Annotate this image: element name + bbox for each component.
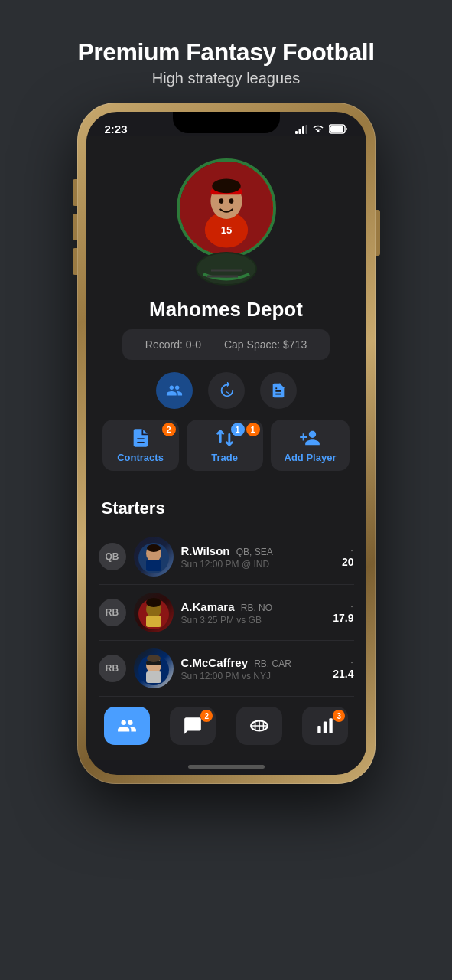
player-pos-team: QB, SEA [236, 547, 273, 557]
svg-text:15: 15 [220, 224, 232, 236]
svg-rect-1 [298, 129, 301, 134]
app-subtitle: High strategy leagues [77, 70, 374, 87]
svg-point-33 [147, 655, 161, 662]
stats-tab-icon [315, 716, 335, 736]
svg-point-10 [212, 179, 241, 194]
svg-rect-3 [305, 125, 307, 134]
svg-rect-0 [295, 131, 298, 134]
svg-rect-2 [302, 126, 304, 134]
add-player-button[interactable]: Add Player [271, 420, 350, 471]
player-avatar-wilson [134, 537, 174, 577]
player-row[interactable]: RB [99, 641, 354, 697]
player-name: R.Wilson [181, 544, 230, 557]
svg-rect-29 [146, 616, 161, 627]
svg-rect-42 [330, 718, 333, 733]
player-schedule: Sun 3:25 PM vs GB [181, 615, 326, 626]
team-avatar: 15 [177, 158, 276, 258]
app-header: Premium Fantasy Football High strategy l… [62, 15, 389, 103]
phone-frame: 2:23 [77, 103, 376, 784]
page-wrapper: Premium Fantasy Football High strategy l… [0, 15, 452, 784]
people-icon [166, 382, 183, 399]
history-icon-btn[interactable] [208, 372, 245, 409]
tab-chat[interactable]: 2 [170, 707, 216, 745]
app-title: Premium Fantasy Football [77, 38, 374, 67]
team-name: Mahomes Depot [149, 298, 303, 322]
player-name: A.Kamara [181, 600, 235, 613]
helmet-svg [192, 247, 261, 286]
trade-badge-orange: 1 [246, 423, 260, 436]
stats-bar: Record: 0-0 Cap Space: $713 [122, 329, 330, 360]
svg-point-12 [229, 198, 233, 204]
contracts-label: Contracts [117, 452, 164, 463]
svg-point-24 [147, 544, 161, 552]
battery-icon [329, 124, 348, 134]
tab-stats[interactable]: 3 [302, 707, 348, 745]
player-row[interactable]: QB R.Wilson [99, 529, 354, 585]
svg-rect-34 [146, 671, 161, 683]
player-row[interactable]: RB A.Kamara [99, 585, 354, 641]
position-badge-rb2: RB [99, 655, 126, 682]
profile-section: 15 Mahomes Depot [86, 136, 366, 498]
player-info-kamara: A.Kamara RB, NO Sun 3:25 PM vs GB [181, 600, 326, 626]
trade-badge-blue: 1 [231, 423, 245, 436]
tab-football[interactable] [236, 707, 282, 745]
contracts-button[interactable]: 2 Contracts [102, 420, 179, 471]
player-info-mccaffrey: C.McCaffrey RB, CAR Sun 12:00 PM vs NYJ [181, 656, 326, 681]
main-action-row: 2 Contracts 1 1 [102, 420, 351, 471]
cap-space-stat: Cap Space: $713 [224, 338, 307, 351]
tab-roster[interactable] [104, 707, 150, 745]
phone-notch [173, 112, 280, 133]
wifi-icon [312, 125, 324, 134]
action-icons-row [156, 372, 297, 409]
position-badge-rb1: RB [99, 599, 126, 626]
trade-button[interactable]: 1 1 Trade [187, 420, 263, 471]
phone-screen: 2:23 [86, 112, 366, 775]
history-icon [218, 382, 235, 399]
svg-point-11 [219, 198, 223, 204]
add-player-icon [299, 427, 320, 449]
player-score-mccaffrey: - 21.4 [333, 657, 353, 680]
player-score-wilson: - 20 [342, 545, 354, 568]
player-pos-team: RB, NO [241, 603, 272, 613]
player-name: C.McCaffrey [181, 656, 249, 669]
position-badge-qb: QB [99, 543, 126, 570]
player-schedule: Sun 12:00 PM vs NYJ [181, 671, 326, 681]
starters-title: Starters [99, 498, 354, 518]
home-indicator [188, 765, 265, 769]
helmet-decoration [192, 247, 261, 289]
football-tab-icon [249, 716, 269, 736]
add-player-label: Add Player [285, 452, 337, 463]
status-icons [295, 124, 348, 134]
svg-point-28 [146, 598, 161, 607]
player-avatar-kamara [134, 593, 174, 632]
player-schedule: Sun 12:00 PM @ IND [181, 559, 334, 570]
player-score-kamara: - 17.9 [333, 601, 353, 624]
player-avatar-svg: 15 [180, 162, 273, 255]
svg-rect-41 [324, 722, 327, 733]
roster-icon-btn[interactable] [156, 372, 193, 409]
contracts-icon [130, 427, 151, 449]
svg-rect-25 [146, 560, 161, 571]
tab-bar: 2 3 [86, 697, 366, 760]
player-info-wilson: R.Wilson QB, SEA Sun 12:00 PM @ IND [181, 544, 334, 570]
contracts-badge: 2 [162, 423, 176, 436]
record-stat: Record: 0-0 [145, 338, 201, 351]
starters-section: Starters QB [86, 498, 366, 697]
notes-icon [270, 382, 287, 399]
player-pos-team: RB, CAR [254, 658, 291, 669]
player-avatar-mccaffrey [134, 648, 174, 688]
chat-tab-icon [183, 716, 203, 736]
chat-tab-badge: 2 [200, 710, 213, 722]
status-time: 2:23 [105, 122, 128, 136]
svg-rect-40 [318, 726, 321, 733]
notes-icon-btn[interactable] [260, 372, 297, 409]
svg-rect-5 [330, 126, 343, 132]
roster-tab-icon [117, 716, 137, 736]
stats-tab-badge: 3 [333, 710, 345, 722]
signal-icon [295, 125, 307, 134]
trade-label: Trade [211, 452, 238, 463]
